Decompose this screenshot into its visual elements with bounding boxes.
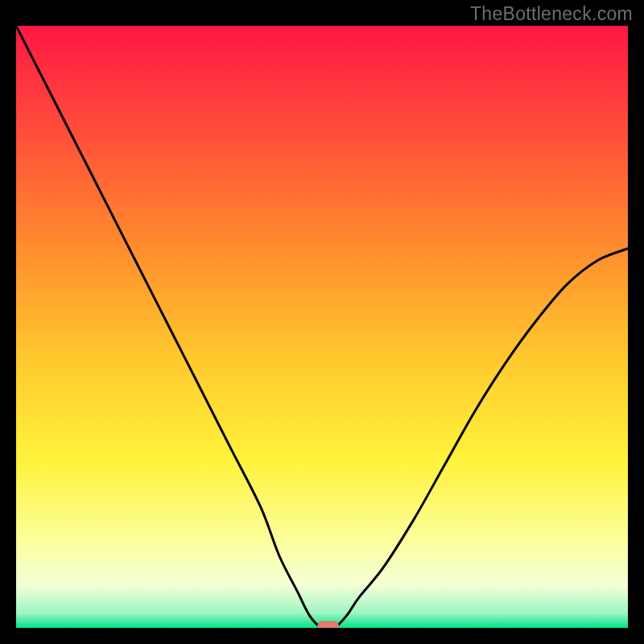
optimal-marker	[318, 621, 339, 628]
plot-area	[16, 26, 628, 628]
watermark-text: TheBottleneck.com	[470, 3, 633, 25]
chart-svg	[16, 26, 628, 628]
gradient-rect	[16, 26, 628, 628]
chart-frame: TheBottleneck.com	[0, 0, 644, 644]
